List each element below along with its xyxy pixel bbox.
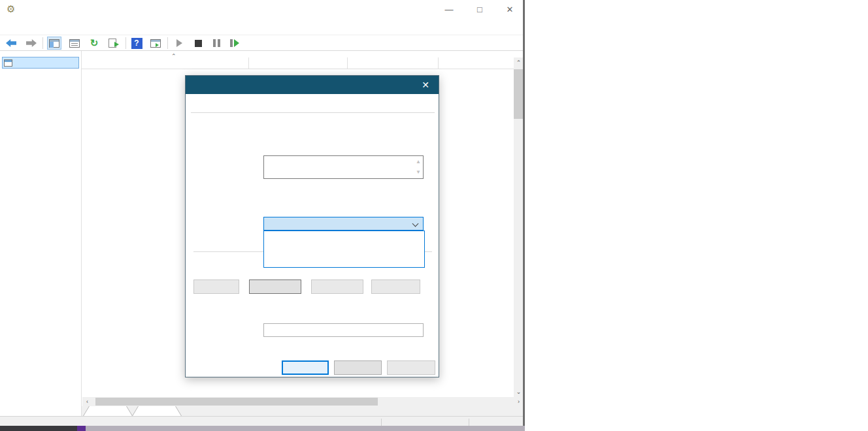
console-tree-panel	[0, 51, 82, 416]
export-list-icon[interactable]	[105, 37, 120, 50]
startup-type-combobox[interactable]	[263, 217, 424, 231]
list-header: ⌃	[82, 57, 524, 69]
window-titlebar: ⚙ — □ ✕	[0, 0, 523, 20]
forward-icon[interactable]	[24, 37, 39, 50]
pause-button[interactable]	[311, 279, 363, 294]
apply-button[interactable]	[387, 360, 435, 375]
resume-button[interactable]	[371, 279, 420, 294]
properties-icon[interactable]	[67, 37, 82, 50]
minimize-button[interactable]: —	[434, 0, 464, 20]
show-console-tree-icon[interactable]	[47, 37, 61, 50]
vertical-scroll-thumb[interactable]	[514, 69, 524, 119]
stop-service-icon[interactable]	[191, 37, 205, 50]
guide-table-subheader	[525, 24, 868, 78]
services-app-icon: ⚙	[7, 3, 15, 15]
ok-button[interactable]	[282, 360, 329, 375]
scroll-left-icon[interactable]: ‹	[82, 396, 92, 407]
cancel-button[interactable]	[334, 360, 382, 375]
scroll-right-icon[interactable]: ›	[514, 396, 524, 407]
taskbar-accent-segment	[77, 426, 86, 431]
taskbar-light-segment	[86, 426, 525, 431]
dialog-titlebar: ✕	[186, 76, 439, 94]
start-button[interactable]	[193, 279, 239, 294]
dialog-tabs	[191, 99, 435, 113]
scroll-up-icon[interactable]: ⌃	[514, 57, 524, 68]
start-service-icon[interactable]	[172, 37, 186, 50]
horizontal-scrollbar[interactable]: ‹ ›	[82, 397, 524, 406]
maximize-button[interactable]: □	[465, 0, 495, 20]
pause-service-icon[interactable]	[209, 37, 224, 50]
close-button[interactable]: ✕	[495, 0, 525, 20]
vertical-scrollbar[interactable]: ⌃ ⌄	[514, 57, 524, 397]
properties-dialog: ✕ ▲ ▼	[185, 75, 439, 377]
refresh-icon[interactable]: ↻	[87, 37, 101, 50]
show-action-pane-icon[interactable]	[148, 37, 163, 50]
console-icon	[4, 59, 12, 67]
dialog-close-icon[interactable]: ✕	[412, 76, 439, 94]
services-guide-table	[525, 0, 868, 431]
start-params-input[interactable]	[263, 323, 424, 337]
guide-table-header	[525, 0, 868, 24]
startup-type-dropdown	[263, 231, 425, 268]
status-bar	[0, 416, 524, 426]
chevron-down-icon	[412, 221, 419, 227]
horizontal-scroll-thumb[interactable]	[95, 398, 378, 406]
scroll-down-icon[interactable]: ⌄	[514, 387, 524, 397]
view-tabs	[82, 406, 524, 416]
sort-ascending-icon: ⌃	[171, 53, 176, 59]
textarea-scroll-up-icon[interactable]: ▲	[414, 157, 422, 167]
menubar	[0, 20, 523, 35]
help-icon[interactable]: ?	[129, 37, 144, 50]
tab-standaard[interactable]	[133, 406, 181, 416]
tab-uitgebreid[interactable]	[84, 406, 132, 416]
stop-button[interactable]	[249, 279, 301, 294]
taskbar-dark-segment	[0, 426, 77, 431]
description-textarea[interactable]: ▲ ▼	[263, 155, 424, 179]
textarea-scroll-down-icon[interactable]: ▼	[414, 167, 422, 178]
toolbar: ↻ ?	[0, 35, 523, 51]
tree-item-services-local[interactable]	[2, 57, 79, 69]
restart-service-icon[interactable]	[227, 37, 242, 50]
back-icon[interactable]	[4, 37, 18, 50]
screen: ⚙ — □ ✕ ↻ ?	[0, 0, 868, 431]
taskbar-strip	[0, 426, 525, 431]
